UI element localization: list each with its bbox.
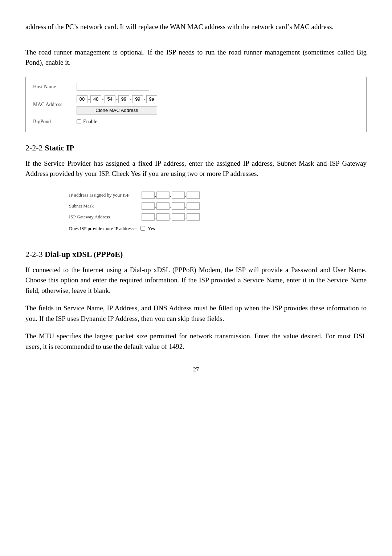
- mac-seg-2[interactable]: [90, 95, 101, 103]
- mac-col: - - - - - Clone MAC Address: [77, 95, 157, 114]
- gateway-seg2[interactable]: [156, 213, 170, 221]
- enable-label: Enable: [83, 119, 97, 125]
- mac-seg-1[interactable]: [77, 95, 87, 103]
- host-name-input[interactable]: [77, 83, 149, 91]
- gateway-seg1[interactable]: [142, 213, 155, 221]
- subnet-mask-fields: . . .: [142, 202, 200, 210]
- mac-sep-1: -: [87, 96, 90, 102]
- mac-address-label: MAC Address: [33, 102, 77, 108]
- mac-sep-5: -: [143, 96, 146, 102]
- enable-row: Enable: [77, 119, 97, 125]
- clone-mac-button[interactable]: Clone MAC Address: [77, 106, 157, 114]
- mac-fields: - - - - -: [77, 95, 157, 103]
- mac-seg-6[interactable]: [146, 95, 157, 103]
- static-ip-para: If the Service Provider has assigned a f…: [25, 158, 367, 179]
- isp-gateway-label: ISP Gateway Address: [69, 214, 142, 220]
- static-ip-heading: 2-2-2 Static IP: [25, 143, 367, 153]
- more-ip-row: Does ISP provide more IP addresses Yes: [69, 226, 367, 231]
- ip-assigned-seg1[interactable]: [142, 192, 155, 199]
- mac-seg-3[interactable]: [105, 95, 115, 103]
- config-form-box: Host Name MAC Address - - - - - Clone MA…: [25, 77, 367, 132]
- bigpond-row: BigPond Enable: [33, 119, 359, 125]
- mac-seg-5[interactable]: [132, 95, 143, 103]
- mac-sep-4: -: [129, 96, 132, 102]
- more-ip-checkbox[interactable]: [140, 226, 145, 231]
- subnet-seg3[interactable]: [172, 202, 185, 210]
- subnet-seg2[interactable]: [156, 202, 170, 210]
- more-ip-label: Does ISP provide more IP addresses: [69, 226, 138, 231]
- dialup-para1: If connected to the Internet using a Dia…: [25, 265, 367, 296]
- dialup-para2: The fields in Service Name, IP Address, …: [25, 303, 367, 324]
- subnet-seg4[interactable]: [187, 202, 200, 210]
- dialup-para3: The MTU specifies the largest packet siz…: [25, 331, 367, 352]
- gateway-seg4[interactable]: [187, 213, 200, 221]
- mac-address-row: MAC Address - - - - - Clone MAC Address: [33, 95, 359, 114]
- bigpond-enable-checkbox[interactable]: [77, 119, 81, 124]
- ip-config-box: IP address assigned by your ISP . . . Su…: [25, 188, 367, 239]
- page-number: 27: [25, 366, 367, 373]
- host-name-label: Host Name: [33, 84, 77, 90]
- mac-sep-2: -: [101, 96, 104, 102]
- mac-seg-4[interactable]: [118, 95, 129, 103]
- ip-assigned-label: IP address assigned by your ISP: [69, 192, 142, 198]
- subnet-mask-row: Subnet Mask . . .: [69, 202, 367, 210]
- gateway-seg3[interactable]: [172, 213, 185, 221]
- dialup-heading: 2-2-3 Dial-up xDSL (PPPoE): [25, 250, 367, 259]
- isp-gateway-row: ISP Gateway Address . . .: [69, 213, 367, 221]
- ip-assigned-row: IP address assigned by your ISP . . .: [69, 192, 367, 199]
- subnet-mask-label: Subnet Mask: [69, 203, 142, 209]
- isp-gateway-fields: . . .: [142, 213, 200, 221]
- ip-assigned-seg4[interactable]: [187, 192, 200, 199]
- yes-label: Yes: [148, 226, 155, 231]
- intro-para1: address of the PC’s network card. It wil…: [25, 22, 367, 32]
- ip-assigned-seg2[interactable]: [156, 192, 170, 199]
- host-name-row: Host Name: [33, 83, 359, 91]
- bigpond-label: BigPond: [33, 119, 77, 125]
- subnet-seg1[interactable]: [142, 202, 155, 210]
- intro-para2: The road runner management is optional. …: [25, 47, 367, 68]
- mac-sep-3: -: [115, 96, 118, 102]
- ip-assigned-seg3[interactable]: [172, 192, 185, 199]
- ip-assigned-fields: . . .: [142, 192, 200, 199]
